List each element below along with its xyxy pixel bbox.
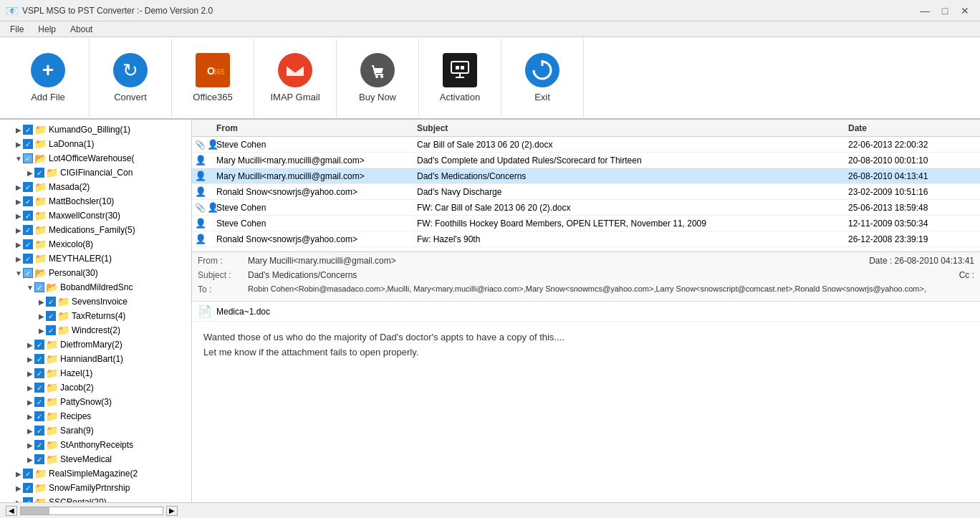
checkbox[interactable]: ✓ <box>34 426 44 436</box>
folder-icon: 📁 <box>57 325 69 336</box>
tree-item[interactable]: ▼✓📂Lot4OfficeWarehouse( <box>0 151 191 166</box>
folder-icon: 📁 <box>34 138 47 150</box>
checkbox[interactable]: ✓ <box>23 254 33 264</box>
email-row[interactable]: 📎👤Steve CohenFW: Car Bill of Sale 2013 0… <box>192 200 980 216</box>
folder-label: RealSimpleMagazine(2 <box>49 469 138 479</box>
checkbox[interactable]: ✓ <box>23 211 33 221</box>
maximize-button[interactable]: □ <box>936 3 954 19</box>
email-row[interactable]: 👤Ronald Snow<snowrjs@yahoo.com>Dad's Nav… <box>192 184 980 200</box>
convert-label: Convert <box>114 92 147 102</box>
checkbox[interactable]: ✓ <box>34 368 44 378</box>
email-row[interactable]: 👤Steve CohenFW: Foothills Hockey Board M… <box>192 216 980 231</box>
checkbox[interactable]: ✓ <box>34 282 44 292</box>
email-date: 23-02-2009 10:51:16 <box>848 187 977 197</box>
tree-item[interactable]: ▶✓📁SSCRental(20) <box>0 495 191 502</box>
expand-icon: ▶ <box>14 484 23 492</box>
tree-item[interactable]: ▶✓📁MEYTHALER(1) <box>0 251 191 266</box>
buy-now-button[interactable]: Buy Now <box>337 39 419 117</box>
tree-item[interactable]: ▶✓📁HanniandBart(1) <box>0 352 191 366</box>
scroll-left-button[interactable]: ◀ <box>6 506 17 516</box>
tree-item[interactable]: ▶✓📁StAnthonyReceipts <box>0 438 191 452</box>
tree-item[interactable]: ▶✓📁Mexicolo(8) <box>0 237 191 251</box>
checkbox[interactable]: ✓ <box>46 297 56 307</box>
checkbox[interactable]: ✓ <box>46 325 56 335</box>
checkbox[interactable]: ✓ <box>34 383 44 393</box>
expand-icon: ▶ <box>14 254 23 263</box>
expand-icon: ▶ <box>14 140 23 148</box>
tree-item[interactable]: ▶✓📁Sarah(9) <box>0 423 191 438</box>
email-row-icons: 📎👤 <box>195 139 216 150</box>
checkbox[interactable]: ✓ <box>34 454 44 464</box>
office365-button[interactable]: O 365 Office365 <box>172 39 254 117</box>
exit-button[interactable]: Exit <box>501 39 584 117</box>
menu-file[interactable]: File <box>3 23 31 36</box>
email-row[interactable]: 👤Mary Mucilli<mary.mucilli@gmail.com>Dad… <box>192 168 980 184</box>
checkbox[interactable]: ✓ <box>34 440 44 450</box>
title-bar-left: 📧 VSPL MSG to PST Converter :- Demo Vers… <box>6 5 213 16</box>
folder-label: SSCRental(20) <box>49 497 107 502</box>
checkbox[interactable]: ✓ <box>23 268 33 278</box>
menu-help[interactable]: Help <box>31 23 63 36</box>
expand-icon: ▶ <box>14 211 23 220</box>
tree-item[interactable]: ▶✓📁SteveMedical <box>0 452 191 466</box>
tree-item[interactable]: ▶✓📁RealSimpleMagazine(2 <box>0 466 191 481</box>
email-list-header: From Subject Date <box>192 120 980 137</box>
add-file-button[interactable]: + Add File <box>7 39 90 117</box>
tree-item[interactable]: ▶✓📁LaDonna(1) <box>0 137 191 151</box>
checkbox[interactable]: ✓ <box>23 497 33 502</box>
checkbox[interactable]: ✓ <box>34 411 44 421</box>
tree-item[interactable]: ▶✓📁Hazel(1) <box>0 366 191 380</box>
checkbox[interactable]: ✓ <box>23 182 33 192</box>
tree-item[interactable]: ▶✓📁SnowFamilyPrtnrship <box>0 481 191 495</box>
tree-item[interactable]: ▶✓📁Medications_Family(5) <box>0 223 191 237</box>
checkbox[interactable]: ✓ <box>23 225 33 235</box>
tree-item[interactable]: ▶✓📁SevensInvoice <box>0 294 191 309</box>
tree-item[interactable]: ▶✓📁KumandGo_Billing(1) <box>0 123 191 137</box>
tree-item[interactable]: ▶✓📁DietfromMary(2) <box>0 337 191 352</box>
exit-label: Exit <box>534 92 550 102</box>
tree-item[interactable]: ▶✓📁MaxwellConstr(30) <box>0 208 191 223</box>
email-preview: From : Mary Mucilli<mary.mucilli@gmail.c… <box>192 252 980 502</box>
checkbox[interactable]: ✓ <box>23 469 33 479</box>
tree-item[interactable]: ▶✓📁Masada(2) <box>0 180 191 194</box>
checkbox[interactable]: ✓ <box>34 354 44 364</box>
checkbox[interactable]: ✓ <box>23 153 33 163</box>
checkbox[interactable]: ✓ <box>34 340 44 350</box>
imap-gmail-button[interactable]: IMAP Gmail <box>254 39 337 117</box>
expand-icon: ▶ <box>26 340 34 349</box>
checkbox[interactable]: ✓ <box>23 239 33 249</box>
checkbox[interactable]: ✓ <box>46 311 56 321</box>
tree-item[interactable]: ▶✓📁Jacob(2) <box>0 380 191 395</box>
folder-label: SnowFamilyPrtnrship <box>49 483 130 493</box>
menu-about[interactable]: About <box>63 23 100 36</box>
checkbox[interactable]: ✓ <box>23 139 33 149</box>
checkbox[interactable]: ✓ <box>23 196 33 206</box>
tree-item[interactable]: ▶✓📁Windcrest(2) <box>0 323 191 337</box>
checkbox[interactable]: ✓ <box>34 397 44 407</box>
checkbox[interactable]: ✓ <box>34 168 44 178</box>
tree-item[interactable]: ▼✓📂BobandMildredSnc <box>0 280 191 294</box>
scroll-right-button[interactable]: ▶ <box>166 506 178 516</box>
tree-item[interactable]: ▶✓📁MattBochsler(10) <box>0 194 191 208</box>
activation-label: Activation <box>440 92 480 102</box>
checkbox[interactable]: ✓ <box>23 125 33 135</box>
activation-button[interactable]: Activation <box>419 39 501 117</box>
person-icon: 👤 <box>195 155 206 166</box>
exit-icon <box>525 53 559 87</box>
tree-item[interactable]: ▼✓📂Personal(30) <box>0 266 191 280</box>
close-button[interactable]: ✕ <box>956 3 974 19</box>
tree-item[interactable]: ▶✓📁CIGIFinancial_Con <box>0 166 191 180</box>
email-row[interactable]: 📎👤Steve CohenCar Bill of Sale 2013 06 20… <box>192 137 980 153</box>
email-subject: Dad's Complete and Updated Rules/Scoreca… <box>417 155 848 166</box>
email-row[interactable]: 👤Ronald Snow<snowrjs@yahoo.com>Fw: Hazel… <box>192 231 980 247</box>
tree-item[interactable]: ▶✓📁TaxReturns(4) <box>0 309 191 323</box>
email-body-text: Wanted those of us who do the majority o… <box>203 330 969 360</box>
email-row[interactable]: 👤Mary Mucilli<mary.mucilli@gmail.com>Dad… <box>192 153 980 168</box>
person-icon: 👤 <box>195 234 206 244</box>
tree-item[interactable]: ▶✓📁Recipes <box>0 409 191 423</box>
checkbox[interactable]: ✓ <box>23 483 33 493</box>
tree-item[interactable]: ▶✓📁PattySnow(3) <box>0 395 191 409</box>
expand-icon: ▶ <box>14 125 23 134</box>
minimize-button[interactable]: — <box>916 3 934 19</box>
convert-button[interactable]: ↻ Convert <box>90 39 172 117</box>
